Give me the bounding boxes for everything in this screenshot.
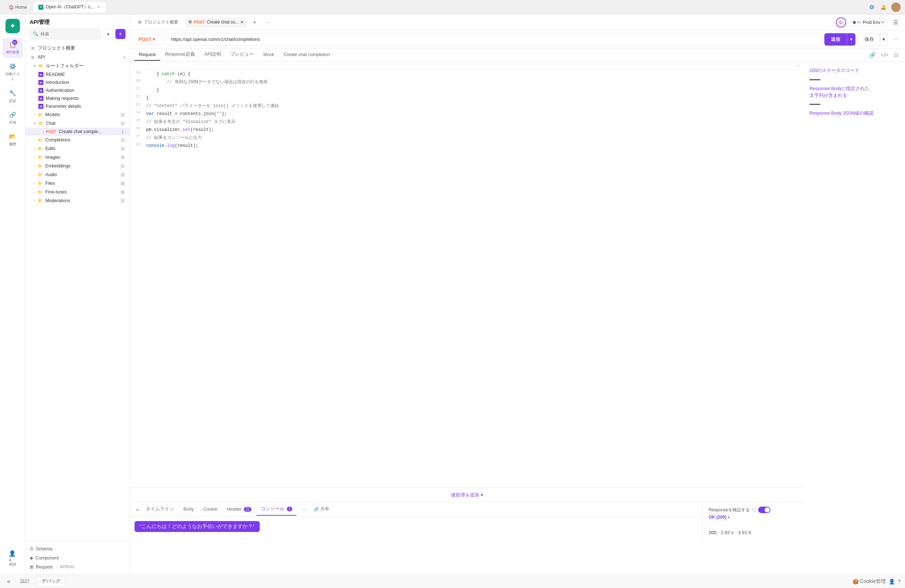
avatar[interactable] [891, 3, 901, 12]
tree-item-fine-tunes[interactable]: › 📁 Fine-tunes 6 [25, 188, 130, 197]
back-button[interactable]: « [4, 577, 13, 586]
bottom-help-icon[interactable]: ? [898, 578, 901, 584]
code-more-button[interactable]: ··· [795, 63, 799, 68]
app-title: API管理 [30, 19, 49, 26]
request-item[interactable]: ⊞ Request ··· APIDOG [25, 562, 130, 571]
tree-item-create-chat[interactable]: › POST Create chat comple... 1 [25, 128, 130, 136]
sync-button[interactable]: ↻ [836, 17, 846, 27]
response-text: "こんにちは！どのようなお手伝いができますか？" [135, 521, 260, 532]
code-editor[interactable]: 19 } catch (e) { 20 // 有効なJSONデータでない場合は現… [130, 70, 804, 488]
nav-item-settings[interactable]: 🔧 設定 [3, 86, 23, 106]
tree-item-chat[interactable]: ▾ 📁 Chat 1 [25, 119, 130, 128]
settings-icon[interactable]: ⚙️ [868, 4, 875, 11]
project-icon: ⊞ [30, 46, 35, 51]
resp-tab-header[interactable]: Header 21 [222, 504, 256, 515]
more-tabs-button[interactable]: ··· [263, 17, 273, 27]
debug-tab[interactable]: デバッグ [37, 577, 65, 586]
resp-tab-share[interactable]: 🔗 共有 [311, 504, 332, 514]
send-button[interactable]: 送信 [824, 33, 847, 46]
content-area: ··· 19 } catch (e) { 20 // 有効なJSONデータでない… [130, 62, 905, 574]
env-selector[interactable]: Pr Prod Env ▾ [849, 18, 888, 27]
resp-tab-console[interactable]: コンソール 1 [256, 503, 297, 516]
right-divider-2 [810, 104, 820, 105]
tree-item-parameter-details[interactable]: M Parameter details [25, 102, 130, 110]
tab-api-desc[interactable]: API説明 [200, 48, 225, 61]
nav-item-history[interactable]: 📂 履歴 [3, 130, 23, 150]
post-request-tab[interactable]: ⊞ POST Create chat co... [185, 17, 247, 27]
url-input[interactable] [167, 33, 821, 46]
code-line-28: 28 console.log(result); [130, 142, 804, 150]
design-tab[interactable]: 設計 [16, 577, 34, 586]
fine-tunes-folder-icon: 📁 [37, 189, 43, 195]
tab-response-def[interactable]: Response定義 [161, 48, 199, 61]
bottom-user-icon[interactable]: 👤 [889, 578, 895, 584]
filter-button[interactable]: ▾ [103, 29, 113, 39]
code-icon[interactable]: </> [879, 49, 891, 61]
tree-item-readme[interactable]: M README [25, 71, 130, 78]
resp-tab-cookie[interactable]: Cookie [199, 504, 222, 515]
right-link-3[interactable]: Response Body JSON値の確認 [810, 110, 899, 117]
home-tab[interactable]: 🏠 Home [4, 3, 31, 12]
link-icon[interactable]: 🔗 [867, 49, 878, 61]
tree-item-images[interactable]: › 📁 Images 4 [25, 153, 130, 162]
resp-tab-more[interactable]: ··· [297, 504, 310, 515]
tree-item-edits[interactable]: › 📁 Edits 1 [25, 144, 130, 153]
collapse-button[interactable]: ‹‹ [135, 504, 141, 515]
home-icon: 🏠 [9, 5, 14, 10]
hamburger-button[interactable]: ☰ [891, 17, 901, 27]
response-stats: 200 2.92 s 3.91 K [708, 530, 798, 535]
tree-root-folder[interactable]: ▾ 📁 ルートフォルダー [25, 62, 130, 71]
validate-toggle-switch[interactable] [758, 507, 770, 513]
send-dropdown-button[interactable]: ▾ [847, 33, 856, 46]
response-right-panel: Responseを検証する ⓘ OK (200) ▾ [702, 502, 804, 540]
cookie-manager[interactable]: 🍪 Cookie管理 [853, 578, 886, 585]
tree-item-files[interactable]: › 📁 Files 6 [25, 179, 130, 188]
left-panel: ··· 19 } catch (e) { 20 // 有効なJSONデータでない… [130, 62, 804, 574]
add-button[interactable]: + [115, 29, 125, 39]
project-tab-icon: ⊞ [138, 20, 141, 25]
moderations-chevron: › [34, 199, 35, 203]
method-chevron: ▾ [152, 36, 155, 42]
search-input[interactable] [41, 32, 98, 36]
tree-api-section[interactable]: ⊞ API ▾ [25, 53, 130, 62]
tree-item-authentication[interactable]: M Authentication [25, 86, 130, 94]
tab-mock[interactable]: Mock [259, 49, 278, 61]
main-content: ⊞ プロジェクト概要 ⊞ POST Create chat co... + ··… [130, 14, 905, 574]
tree-item-embeddings[interactable]: › 📁 Embeddings 1 [25, 162, 130, 170]
nav-item-auto-test[interactable]: ⚙️ 自動テスト [3, 59, 23, 85]
tree-item-models[interactable]: › 📁 Models 2 [25, 110, 130, 119]
split-icon[interactable]: ⊡ [892, 49, 901, 61]
active-browser-tab[interactable]: ✦ Open AI（ChatGPT）c... × [34, 2, 105, 12]
save-dropdown-button[interactable]: ▾ [880, 33, 888, 46]
search-box[interactable]: 🔍 [30, 29, 101, 40]
tree-item-making-requests[interactable]: M Making requests [25, 94, 130, 102]
method-selector[interactable]: POST ▾ [135, 34, 164, 44]
schema-item[interactable]: ⊙ Schema › [25, 544, 130, 553]
embeddings-folder-icon: 📁 [37, 163, 43, 169]
tree-item-completions[interactable]: › 📁 Completions 1 [25, 136, 130, 144]
close-tab-button[interactable]: × [96, 5, 101, 10]
project-overview-tab[interactable]: ⊞ プロジェクト概要 [135, 17, 182, 27]
tab-preview[interactable]: プレビュー [226, 48, 258, 61]
post-process-bar[interactable]: 後処理を追加 ▾ [130, 488, 804, 502]
nav-item-invite[interactable]: 👤+ 招待 [3, 550, 23, 570]
tree-item-introduction[interactable]: M Introduction [25, 78, 130, 86]
right-link-2[interactable]: Response Bodyに指定された 文字列が含まれる [810, 86, 899, 99]
tab-create-chat[interactable]: Create chat completion [279, 49, 335, 61]
tree-project-overview[interactable]: ⊞ プロジェクト概要 [25, 44, 130, 53]
right-link-1[interactable]: 200のステータスコード [810, 67, 899, 74]
tree-item-moderations[interactable]: › 📁 Moderations 1 [25, 197, 130, 205]
resp-tab-body[interactable]: Body [179, 504, 198, 515]
code-line-26: 26 pm.visualizer.set(result); [130, 126, 804, 134]
tree-item-audio[interactable]: › 📁 Audio 2 [25, 170, 130, 179]
add-tab-button[interactable]: + [249, 17, 260, 27]
component-item[interactable]: ◈ Component › [25, 553, 130, 562]
resp-tab-timeline[interactable]: タイムライン [141, 503, 178, 516]
save-button[interactable]: 保存 [858, 33, 880, 46]
nav-item-api[interactable]: 📋 46 API管理 [3, 38, 23, 58]
request-more-button[interactable]: ··· [891, 34, 901, 44]
tree-content: ⊞ プロジェクト概要 ⊞ API ▾ ▾ 📁 ルートフォルダー M README [25, 42, 130, 541]
tab-request[interactable]: Request [135, 49, 160, 61]
bell-icon[interactable]: 🔔 [880, 4, 887, 11]
nav-item-shared[interactable]: 🔗 共有 [3, 108, 23, 128]
